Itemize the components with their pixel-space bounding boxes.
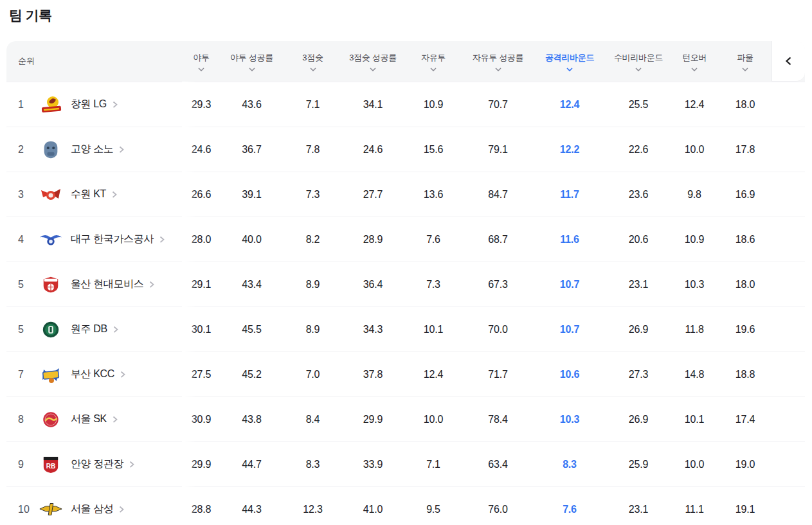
stat-value: 27.7 <box>343 189 403 200</box>
column-header-turnover[interactable]: 턴오버 <box>670 52 719 71</box>
seoul-sk-knights-logo-icon <box>39 410 63 429</box>
team-link[interactable]: RB 안양 정관장 <box>39 455 182 474</box>
team-link[interactable]: 부산 KCC <box>39 365 182 384</box>
stat-value: 10.9 <box>403 99 464 111</box>
stat-value-sorted: 7.6 <box>532 504 607 515</box>
column-header-def-rebound[interactable]: 수비리바운드 <box>607 52 670 71</box>
stat-value: 11.8 <box>670 324 719 335</box>
stat-value: 45.2 <box>221 369 283 380</box>
team-link[interactable]: 창원 LG <box>39 95 182 114</box>
stat-value: 28.8 <box>182 504 221 515</box>
team-link[interactable]: 대구 한국가스공사 <box>39 230 182 249</box>
stat-value: 8.9 <box>283 279 343 290</box>
stat-value: 26.9 <box>607 414 670 425</box>
stat-value: 18.8 <box>719 369 771 380</box>
stat-value: 25.9 <box>607 459 670 470</box>
stat-value: 34.3 <box>343 324 403 335</box>
page-title: 팀 기록 <box>9 6 812 24</box>
stat-value-sorted: 10.3 <box>532 414 607 425</box>
daegu-kogas-logo-icon <box>39 230 63 249</box>
team-name: 서울 삼성 <box>71 503 113 516</box>
stat-value: 19.6 <box>719 324 771 335</box>
sort-chevron-down-icon <box>198 67 204 71</box>
chevron-right-icon <box>127 460 135 468</box>
stat-value: 30.1 <box>182 324 221 335</box>
column-header-foul[interactable]: 파울 <box>719 52 771 71</box>
table-row: 3 수원 KT 26.6 39.1 7.3 27.7 13.6 84.7 11.… <box>6 172 805 217</box>
chevron-right-icon <box>158 235 165 244</box>
stat-value: 29.9 <box>182 459 221 470</box>
stat-value: 24.6 <box>182 144 221 156</box>
table-row: 4 대구 한국가스공사 28.0 40.0 8.2 28.9 7.6 68.7 … <box>6 217 805 262</box>
stat-value: 8.2 <box>283 234 343 245</box>
stat-value: 63.4 <box>464 459 532 470</box>
stat-value: 43.8 <box>221 414 283 425</box>
wonju-db-logo-icon <box>39 320 63 339</box>
rank-cell: 7 <box>6 369 39 380</box>
sort-chevron-down-icon <box>742 67 748 71</box>
rank-cell: 3 <box>6 189 39 200</box>
stat-value: 24.6 <box>343 144 403 156</box>
team-link[interactable]: 원주 DB <box>39 320 182 339</box>
table-row: 5 울산 현대모비스 29.1 43.4 8.9 36.4 7.3 67.3 1… <box>6 262 805 307</box>
stat-value: 70.7 <box>464 99 532 111</box>
column-header-fg[interactable]: 야투 <box>182 52 221 71</box>
column-header-fg-pct[interactable]: 야투 성공률 <box>221 52 283 71</box>
stat-value: 11.1 <box>670 504 719 515</box>
stat-value: 23.1 <box>607 504 670 515</box>
stat-value-sorted: 10.7 <box>532 324 607 335</box>
column-header-3pt-pct[interactable]: 3점슛 성공률 <box>343 52 403 71</box>
team-name: 서울 SK <box>71 413 107 426</box>
team-name: 수원 KT <box>71 188 106 201</box>
chevron-right-icon <box>111 325 119 334</box>
sort-chevron-down-icon <box>566 67 573 71</box>
stat-value: 10.0 <box>670 459 719 470</box>
rank-cell: 9 <box>6 459 39 470</box>
stat-value: 20.6 <box>607 234 670 245</box>
sort-chevron-down-icon <box>430 67 437 71</box>
stat-value: 71.7 <box>464 369 532 380</box>
stat-value: 7.3 <box>403 279 464 290</box>
stat-value-sorted: 10.7 <box>532 279 607 290</box>
stat-value: 44.7 <box>221 459 283 470</box>
stat-value: 43.6 <box>221 99 283 111</box>
stat-value: 78.4 <box>464 414 532 425</box>
team-name: 안양 정관장 <box>71 458 123 471</box>
stat-value: 12.3 <box>283 504 343 515</box>
stat-value: 26.6 <box>182 189 221 200</box>
scroll-left-button[interactable] <box>771 41 805 82</box>
table-row: 2 고양 소노 24.6 36.7 7.8 24.6 15.6 79.1 12.… <box>6 127 805 172</box>
column-header-off-rebound[interactable]: 공격리바운드 <box>532 52 607 71</box>
team-link[interactable]: 서울 SK <box>39 410 182 429</box>
stat-value: 7.3 <box>283 189 343 200</box>
table-row: 9 RB 안양 정관장 29.9 44.7 8.3 33.9 7.1 63.4 … <box>6 441 805 486</box>
stat-value: 84.7 <box>464 189 532 200</box>
column-header-ft[interactable]: 자유투 <box>403 52 464 71</box>
chevron-right-icon <box>117 145 125 154</box>
chevron-right-icon <box>147 280 155 289</box>
team-link[interactable]: 고양 소노 <box>39 140 182 159</box>
stat-value: 68.7 <box>464 234 532 245</box>
table-row: 1 창원 LG 29.3 43.6 7.1 34.1 10.9 70.7 12.… <box>6 82 805 127</box>
table-row: 7 부산 KCC 27.5 45.2 7.0 37.8 12.4 71.7 10… <box>6 351 805 396</box>
stat-value: 8.3 <box>283 459 343 470</box>
stat-value: 9.5 <box>403 504 464 515</box>
team-link[interactable]: 수원 KT <box>39 185 182 204</box>
column-header-ft-pct[interactable]: 자유투 성공률 <box>464 52 532 71</box>
rank-cell: 5 <box>6 279 39 290</box>
rank-cell: 4 <box>6 234 39 245</box>
team-link[interactable]: 울산 현대모비스 <box>39 275 182 294</box>
sort-chevron-down-icon <box>249 67 255 71</box>
rank-cell: 5 <box>6 324 39 335</box>
stat-value: 76.0 <box>464 504 532 515</box>
stat-value: 36.4 <box>343 279 403 290</box>
stat-value: 8.9 <box>283 324 343 335</box>
stat-value: 17.8 <box>719 144 771 156</box>
team-name: 창원 LG <box>71 98 107 111</box>
stat-value: 29.9 <box>343 414 403 425</box>
team-link[interactable]: 서울 삼성 <box>39 500 182 519</box>
svg-text:RB: RB <box>46 462 56 469</box>
table-row: 10 서울 삼성 28.8 44.3 12.3 41.0 9.5 76.0 7.… <box>6 486 805 525</box>
column-header-3pt[interactable]: 3점슛 <box>283 52 343 71</box>
stat-value: 39.1 <box>221 189 283 200</box>
